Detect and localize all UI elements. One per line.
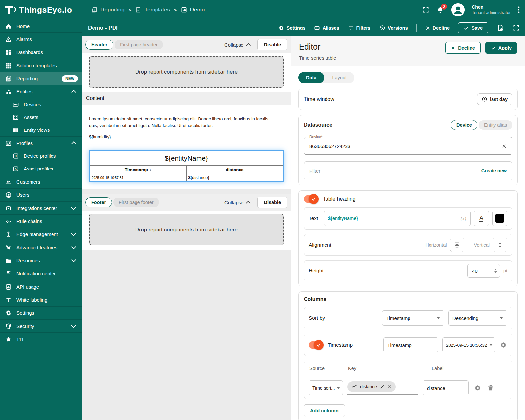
time-series-table-widget[interactable]: ${entityName} Timestamp ↓ distance 2025-… xyxy=(89,150,284,182)
sidebar-item-asset-profiles[interactable]: A Asset profiles xyxy=(0,162,82,175)
font-settings-button[interactable]: A xyxy=(474,211,489,226)
label-input[interactable] xyxy=(423,380,469,395)
first-page-header-chip[interactable]: First page header xyxy=(115,40,163,49)
versions-button[interactable]: Versions xyxy=(379,25,408,31)
header-disable-button[interactable]: Disable xyxy=(257,39,287,50)
column-settings-gear-icon[interactable] xyxy=(474,384,482,392)
sidebar-item-111[interactable]: 111 xyxy=(0,332,82,346)
delete-column-trash-icon[interactable] xyxy=(487,384,494,392)
datasource-card: Datasource Device Entity alias Device* 8… xyxy=(298,115,518,185)
shield-icon xyxy=(5,323,12,330)
sidebar-item-white-labeling[interactable]: White labeling xyxy=(0,293,82,306)
sort-direction-select[interactable]: Descending xyxy=(448,310,507,326)
sidebar-item-api-usage[interactable]: API usage xyxy=(0,280,82,293)
function-icon[interactable]: (x) xyxy=(461,216,467,221)
footer-disable-button[interactable]: Disable xyxy=(257,197,287,208)
editor-apply-button[interactable]: Apply xyxy=(485,42,517,54)
vertical-align-button[interactable] xyxy=(493,238,507,252)
sidebar-item-edge-management[interactable]: Edge management xyxy=(0,228,82,241)
timestamp-toggle[interactable] xyxy=(309,341,323,349)
header-chip[interactable]: Header xyxy=(85,40,113,50)
aliases-button[interactable]: Aliases xyxy=(314,25,339,31)
sidebar-item-devices[interactable]: Devices xyxy=(0,98,82,111)
filter-field[interactable]: Filter Create new xyxy=(304,161,512,180)
stepper-arrows[interactable] xyxy=(494,269,497,273)
header-dropzone[interactable]: Drop report components from sidebar here xyxy=(89,56,284,88)
add-column-button[interactable]: Add column xyxy=(304,404,345,417)
humidity-variable[interactable]: ${humidity} xyxy=(89,134,284,139)
header-collapse-button[interactable]: Collapse xyxy=(224,42,250,48)
sidebar-item-reporting[interactable]: Reporting NEW xyxy=(0,72,82,85)
tab-data[interactable]: Data xyxy=(298,72,324,83)
clear-icon[interactable] xyxy=(502,144,507,149)
sidebar-item-settings[interactable]: Settings xyxy=(0,306,82,319)
height-stepper[interactable] xyxy=(467,264,500,278)
sidebar-item-assets[interactable]: Assets xyxy=(0,111,82,124)
time-window-button[interactable]: last day xyxy=(477,93,512,105)
create-new-link[interactable]: Create new xyxy=(481,168,507,173)
heading-text-input[interactable]: ${entityName} (x) xyxy=(324,211,471,226)
breadcrumb-templates[interactable]: Templates xyxy=(135,7,170,13)
breadcrumb-demo[interactable]: Demo xyxy=(181,7,205,13)
save-button[interactable]: Save xyxy=(458,22,488,33)
datasource-type-entity-alias[interactable]: Entity alias xyxy=(479,120,512,130)
gear-icon xyxy=(278,25,284,31)
sidebar-item-rule-chains[interactable]: Rule chains xyxy=(0,214,82,228)
timestamp-format-select[interactable]: 2025-09-15 10:56:32 xyxy=(442,337,495,352)
sidebar-item-dashboards[interactable]: Dashboards xyxy=(0,46,82,59)
remove-key-icon[interactable] xyxy=(388,385,392,389)
report-paragraph[interactable]: Lorem ipsum dolor sit amet, consectetur … xyxy=(89,116,275,129)
table-heading-toggle[interactable] xyxy=(304,195,318,203)
sort-key-select[interactable]: Timestamp xyxy=(382,310,444,326)
kebab-menu-icon[interactable] xyxy=(518,6,520,14)
decline-button[interactable]: Decline xyxy=(425,25,450,30)
content-section-label: Content xyxy=(82,92,291,105)
clock-icon xyxy=(482,96,487,102)
text-color-button[interactable] xyxy=(492,211,507,226)
sidebar-item-solution-templates[interactable]: Solution templates xyxy=(0,59,82,72)
sidebar-item-entities[interactable]: Entities xyxy=(0,85,82,98)
sidebar-item-integrations-center[interactable]: Integrations center xyxy=(0,201,82,214)
device-field[interactable]: Device* 863663062724233 xyxy=(304,137,512,155)
source-select[interactable]: Time seri... xyxy=(309,380,343,395)
editor-decline-button[interactable]: Decline xyxy=(445,42,481,54)
settings-button[interactable]: Settings xyxy=(278,25,305,31)
timestamp-settings-gear-icon[interactable] xyxy=(499,341,507,349)
sidebar-item-profiles[interactable]: Profiles xyxy=(0,136,82,150)
sidebar-item-users[interactable]: Users xyxy=(0,188,82,201)
first-page-footer-chip[interactable]: First page footer xyxy=(113,198,159,207)
filters-button[interactable]: Filters xyxy=(348,25,371,31)
footer-dropzone[interactable]: Drop report components from sidebar here xyxy=(89,214,284,245)
api-usage-icon xyxy=(5,284,12,290)
sidebar: Home Alarms Dashboards Solution template… xyxy=(0,20,82,420)
sidebar-item-customers[interactable]: Customers xyxy=(0,175,82,188)
sidebar-item-resources[interactable]: Resources xyxy=(0,254,82,267)
sidebar-item-entity-views[interactable]: Entity views xyxy=(0,124,82,136)
datasource-type-device[interactable]: Device xyxy=(451,120,477,130)
logo[interactable]: ThingsEye.io xyxy=(0,4,82,15)
time-window-label: Time window xyxy=(304,96,334,102)
edit-pencil-icon[interactable] xyxy=(380,384,385,389)
sidebar-item-device-profiles[interactable]: D Device profiles xyxy=(0,150,82,162)
footer-chip[interactable]: Footer xyxy=(85,197,112,207)
generate-report-icon[interactable] xyxy=(497,24,504,32)
footer-collapse-button[interactable]: Collapse xyxy=(224,200,250,205)
tab-layout[interactable]: Layout xyxy=(324,72,354,83)
sidebar-item-advanced-features[interactable]: Advanced features xyxy=(0,241,82,254)
user-info[interactable]: Chen Tenant administrator xyxy=(472,4,511,15)
avatar[interactable] xyxy=(452,3,465,16)
sidebar-item-security[interactable]: Security xyxy=(0,319,82,332)
logo-text: ThingsEye.io xyxy=(19,5,72,15)
sidebar-item-alarms[interactable]: Alarms xyxy=(0,32,82,46)
fullscreen-icon[interactable] xyxy=(422,6,429,13)
horizontal-align-button[interactable] xyxy=(450,238,464,252)
sidebar-item-home[interactable]: Home xyxy=(0,20,82,32)
key-field[interactable]: distance xyxy=(347,381,418,395)
height-input[interactable] xyxy=(472,268,489,274)
expand-editor-icon[interactable] xyxy=(513,24,520,31)
sidebar-item-notification-center[interactable]: Notification center xyxy=(0,267,82,280)
notifications-bell-icon[interactable]: 2 xyxy=(436,6,444,14)
key-chip[interactable]: distance xyxy=(347,381,396,392)
breadcrumb-reporting[interactable]: Reporting xyxy=(91,7,125,13)
timestamp-label-input[interactable] xyxy=(383,337,438,352)
